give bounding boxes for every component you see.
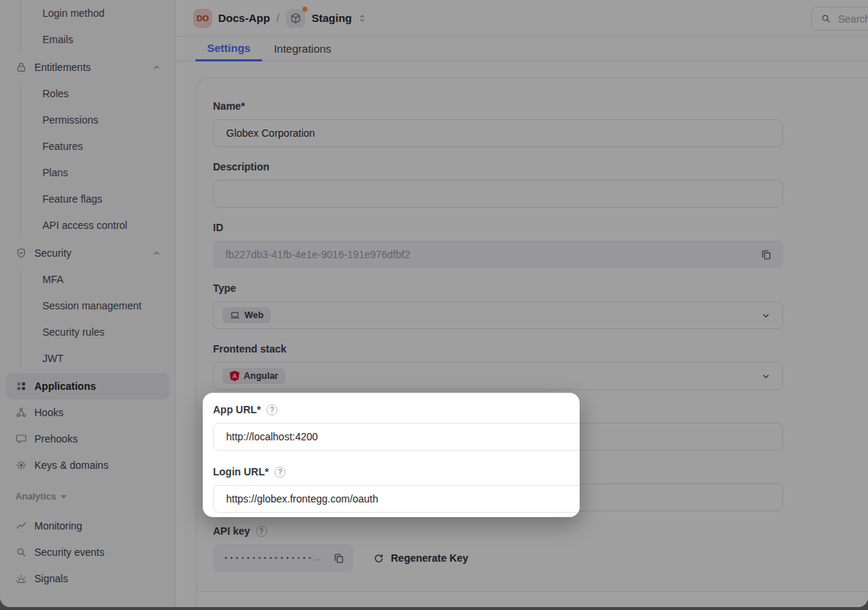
app-url-input[interactable] xyxy=(213,423,580,451)
help-icon[interactable]: ? xyxy=(266,404,277,415)
login-url-label: Login URL* ? xyxy=(213,466,580,478)
help-icon[interactable]: ? xyxy=(274,467,285,478)
field-login-url-highlighted: Login URL* ? xyxy=(213,466,580,513)
app-url-label: App URL* ? xyxy=(213,404,580,416)
field-app-url-highlighted: App URL* ? xyxy=(213,404,580,451)
dim-overlay xyxy=(0,0,868,610)
login-url-input[interactable] xyxy=(213,485,580,513)
spotlight-highlight: App URL* ? Login URL* ? xyxy=(203,393,580,517)
